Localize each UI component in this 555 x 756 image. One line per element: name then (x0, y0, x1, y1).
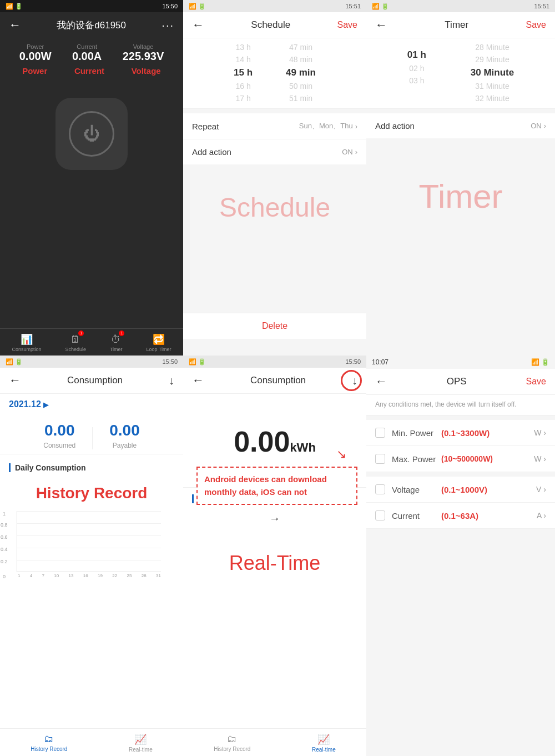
checkbox-voltage[interactable] (375, 484, 385, 494)
status-icons-5: 📶 🔋 (189, 358, 206, 366)
status-bar-1: 📶 🔋 15:50 (0, 0, 183, 12)
back-button-4[interactable]: ← (9, 373, 21, 388)
kwh-unit: kWh (290, 440, 315, 454)
add-action-row-2[interactable]: Add action ON › (183, 139, 366, 164)
back-button-3[interactable]: ← (375, 18, 387, 32)
screen-consumption-left: 📶 🔋 15:50 ← Consumption ↓ 2021.12 ▶ 0.00… (0, 356, 183, 756)
add-action-row-3[interactable]: Add action ON › (366, 113, 555, 138)
checkbox-min-power[interactable] (375, 428, 385, 438)
save-button-3[interactable]: Save (526, 20, 546, 30)
save-button-2[interactable]: Save (337, 20, 357, 30)
timer-minutes-column: 28 Minute 29 Minute 30 Minute 31 Minute … (471, 43, 514, 103)
timer-icon: ⏱1 (111, 334, 121, 346)
schedule-badge: 1 (78, 331, 84, 336)
gridline-4 (17, 548, 161, 548)
schedule-title: Schedule (251, 19, 290, 31)
more-button[interactable]: ··· (162, 19, 174, 32)
nav-timer[interactable]: ⏱1 Timer (110, 334, 123, 352)
min-power-range: (0.1~3300W) (441, 428, 490, 438)
hour-14: 14 h (235, 55, 250, 64)
chart-x-labels: 1 4 7 10 13 16 19 22 25 28 31 (18, 572, 161, 579)
status-time-2: 15:51 (345, 3, 361, 9)
add-action-label-3: Add action (375, 121, 415, 131)
android-notice-text: Android devices can download monthly dat… (204, 474, 327, 497)
back-button-1[interactable]: ← (9, 18, 21, 32)
x-label-19: 19 (98, 573, 103, 578)
status-time-1: 15:50 (162, 3, 178, 9)
screen-device: 📶 🔋 15:50 ← 我的设备d61950 ··· Power 0.00W C… (0, 0, 183, 356)
current-metric: Current 0.00A (72, 43, 102, 63)
status-icons-3: 📶 🔋 (372, 3, 389, 10)
status-bar-5: 📶 🔋 15:50 (183, 356, 366, 368)
y-label-1: 1 (3, 511, 6, 517)
timer-hours-column: 01 h 02 h 03 h (407, 43, 426, 103)
status-icons-2: 📶 🔋 (189, 3, 206, 10)
timer-watermark-text: Timer (418, 177, 502, 216)
schedule-watermark: Schedule (183, 164, 366, 239)
back-button-6[interactable]: ← (375, 374, 387, 389)
add-action-label-2: Add action (192, 147, 231, 157)
min-47: 47 min (289, 43, 312, 52)
delete-button[interactable]: Delete (183, 313, 366, 339)
tab-history-record-5[interactable]: 🗂 History Record (214, 733, 250, 753)
nav-consumption-label: Consumption (12, 347, 41, 352)
nav-consumption[interactable]: 📊 Consumption (12, 333, 41, 352)
ops-option-max-power[interactable]: Max. Power (10~500000W) W › (366, 446, 555, 472)
timer-h-01-selected[interactable]: 01 h (407, 49, 426, 61)
consumption-icon: 📊 (21, 333, 33, 346)
power-tag: Power (22, 66, 47, 76)
nav-schedule-label: Schedule (65, 347, 86, 352)
timer-badge: 1 (119, 331, 124, 336)
min-49-selected[interactable]: 49 min (286, 67, 316, 78)
minutes-column: 47 min 48 min 49 min 50 min 51 min (286, 43, 316, 103)
realtime-icon-4: 📈 (134, 733, 147, 745)
schedule-header: ← Schedule Save (183, 12, 366, 38)
tab-realtime-5[interactable]: 📈 Real-time (312, 733, 336, 753)
ops-gap-2 (366, 472, 555, 477)
back-button-2[interactable]: ← (192, 18, 204, 32)
bottom-nav-1: 📊 Consumption 🗓1 Schedule ⏱1 Timer 🔁 Loo… (0, 328, 183, 356)
max-power-unit: W › (534, 454, 546, 463)
hour-15-selected[interactable]: 15 h (234, 67, 253, 78)
repeat-row[interactable]: Repeat Sun、Mon、Thu › (183, 113, 366, 139)
back-button-5[interactable]: ← (192, 373, 204, 388)
time-range-indicator (192, 494, 194, 503)
power-button-inner[interactable]: ⏻ (69, 111, 114, 157)
download-btn-wrapper: ↓ (352, 374, 357, 387)
period-text[interactable]: 2021.12 ▶ (9, 399, 48, 409)
schedule-time-picker: 13 h 14 h 15 h 16 h 17 h 47 min 48 min 4… (183, 38, 366, 109)
voltage-label: Voltage (123, 43, 164, 50)
checkbox-max-power[interactable] (375, 454, 385, 464)
tab-realtime-4[interactable]: 📈 Real-time (129, 733, 153, 753)
download-button-left[interactable]: ↓ (169, 374, 174, 387)
tab-history-record-4[interactable]: 🗂 History Record (31, 733, 67, 753)
y-label-06: 0.6 (1, 534, 8, 540)
max-power-range: (10~500000W) (441, 454, 493, 463)
ops-option-current[interactable]: Current (0.1~63A) A › (366, 503, 555, 529)
status-icons-left: 📶 🔋 (6, 3, 23, 10)
save-button-6[interactable]: Save (526, 377, 546, 387)
nav-schedule[interactable]: 🗓1 Schedule (65, 334, 86, 352)
schedule-watermark-text: Schedule (219, 192, 330, 223)
voltage-tag: Voltage (132, 66, 161, 76)
power-value: 0.00W (19, 50, 52, 63)
voltage-metric: Voltage 225.93V (123, 43, 164, 63)
x-label-7: 7 (42, 573, 44, 578)
history-record-label: History Record (0, 474, 183, 507)
timer-h-03: 03 h (409, 76, 424, 85)
daily-section-header: Daily Consumption (0, 457, 183, 474)
ops-option-voltage[interactable]: Voltage (0.1~1000V) V › (366, 477, 555, 503)
nav-loop-timer[interactable]: 🔁 Loop Timer (146, 333, 171, 352)
tab-history-label-4: History Record (31, 746, 67, 752)
checkbox-current[interactable] (375, 510, 385, 520)
timer-time-picker: 01 h 02 h 03 h 28 Minute 29 Minute 30 Mi… (366, 38, 555, 109)
payable-value: 0.00 (109, 422, 140, 439)
metrics-row: Power 0.00W Current 0.00A Voltage 225.93… (0, 38, 183, 64)
timer-m-30-selected[interactable]: 30 Minute (471, 67, 514, 78)
voltage-range: (0.1~1000V) (441, 485, 487, 494)
power-button-outer[interactable]: ⏻ (56, 98, 128, 170)
ops-title: OPS (447, 376, 467, 387)
power-label: Power (19, 43, 52, 50)
ops-option-min-power[interactable]: Min. Power (0.1~3300W) W › (366, 420, 555, 446)
realtime-icon-5: 📈 (317, 733, 330, 745)
